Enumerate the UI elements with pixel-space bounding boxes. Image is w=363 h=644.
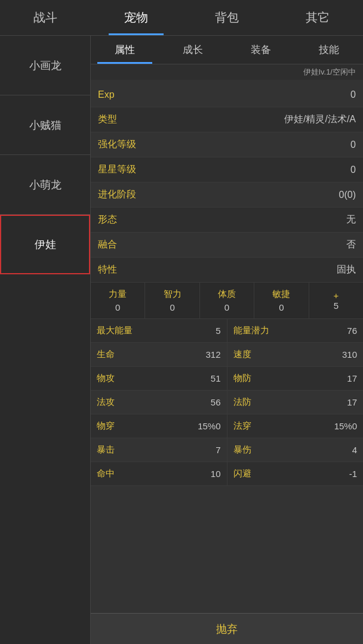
dual-left-value-2: 51 — [211, 373, 221, 383]
dual-stat-left-1: 生命312 — [91, 343, 227, 366]
stat-label-7: 特性 — [98, 264, 337, 276]
sidebar-item-2[interactable]: 小萌龙 — [0, 155, 90, 215]
stat-label-1: 类型 — [98, 113, 284, 126]
dual-right-value-2: 17 — [347, 373, 357, 383]
sub-tab-2[interactable]: 装备 — [227, 36, 295, 64]
stat-value-0: 0 — [350, 89, 356, 100]
stat-label-0: Exp — [98, 89, 350, 100]
attribute-grid-item-0: 力量0 — [91, 283, 145, 318]
stat-row-6: 融合否 — [91, 233, 363, 258]
sidebar-item-1[interactable]: 小贼猫 — [0, 95, 90, 155]
dual-right-label-5: 暴伤 — [233, 444, 352, 456]
dual-left-label-1: 生命 — [97, 349, 205, 360]
dual-left-label-5: 暴击 — [97, 444, 216, 456]
dual-stat-right-2: 物防17 — [227, 367, 364, 390]
dual-left-label-4: 物穿 — [97, 420, 198, 432]
dual-left-label-3: 法攻 — [97, 397, 211, 408]
right-panel: 属性成长装备技能 伊娃lv.1/空闲中 Exp0类型伊娃/精灵/法术/A强化等级… — [91, 36, 363, 644]
attr-label-2: 体质 — [218, 289, 236, 300]
dual-right-value-3: 17 — [347, 397, 357, 407]
sub-tab-1[interactable]: 成长 — [159, 36, 227, 64]
attr-value-1: 0 — [170, 302, 174, 312]
stat-row-0: Exp0 — [91, 82, 363, 107]
dual-stat-left-0: 最大能量5 — [91, 319, 227, 342]
sub-tab-3[interactable]: 技能 — [295, 36, 363, 64]
top-nav: 战斗宠物背包其它 — [0, 0, 363, 36]
sidebar-item-3[interactable]: 伊娃 — [0, 215, 90, 274]
dual-left-value-6: 10 — [211, 469, 221, 479]
top-nav-tab-1[interactable]: 宠物 — [91, 0, 182, 35]
stat-row-4: 进化阶段0(0) — [91, 182, 363, 208]
pet-status-text: 伊娃lv.1/空闲中 — [303, 67, 356, 76]
dual-right-value-4: 15%0 — [334, 421, 357, 431]
top-nav-tab-3[interactable]: 其它 — [272, 0, 363, 35]
dual-right-label-4: 法穿 — [233, 420, 334, 432]
dual-stat-left-5: 暴击7 — [91, 438, 227, 462]
pet-info-header: 伊娃lv.1/空闲中 — [91, 64, 363, 80]
dual-right-value-5: 4 — [352, 445, 357, 455]
stat-value-4: 0(0) — [339, 190, 356, 200]
dual-stat-row-2: 物攻51物防17 — [91, 367, 363, 391]
dual-right-label-6: 闪避 — [233, 468, 349, 479]
dual-stat-right-0: 能量潜力76 — [227, 319, 364, 342]
stat-value-2: 0 — [350, 140, 356, 150]
stat-label-5: 形态 — [98, 213, 346, 226]
attr-label-1: 智力 — [164, 289, 182, 300]
stat-row-2: 强化等级0 — [91, 132, 363, 157]
stats-content: Exp0类型伊娃/精灵/法术/A强化等级0星星等级0进化阶段0(0)形态无融合否… — [91, 80, 363, 613]
stat-label-3: 星星等级 — [98, 163, 350, 176]
stat-value-5: 无 — [346, 213, 356, 226]
dual-right-value-0: 76 — [347, 326, 357, 336]
top-nav-tab-0[interactable]: 战斗 — [0, 0, 91, 35]
attribute-grid-item-1: 智力0 — [145, 283, 199, 318]
stat-label-2: 强化等级 — [98, 138, 350, 151]
attr-label-4: + — [333, 290, 339, 301]
main-content: 小画龙小贼猫小萌龙伊娃 属性成长装备技能 伊娃lv.1/空闲中 Exp0类型伊娃… — [0, 36, 363, 644]
dual-stat-left-4: 物穿15%0 — [91, 414, 227, 438]
sub-tabs: 属性成长装备技能 — [91, 36, 363, 64]
dual-left-label-0: 最大能量 — [97, 325, 216, 336]
attribute-grid-item-3: 敏捷0 — [254, 283, 309, 318]
dual-stat-row-3: 法攻56法防17 — [91, 391, 363, 414]
dual-stat-left-2: 物攻51 — [91, 367, 227, 390]
dual-right-label-3: 法防 — [233, 397, 347, 408]
dual-left-value-3: 56 — [211, 397, 221, 407]
stat-label-6: 融合 — [98, 239, 346, 251]
dual-stat-row-1: 生命312速度310 — [91, 343, 363, 367]
sidebar-item-0[interactable]: 小画龙 — [0, 36, 90, 95]
attribute-grid-item-2: 体质0 — [200, 283, 254, 318]
dual-right-label-1: 速度 — [233, 349, 342, 360]
dual-stat-row-5: 暴击7暴伤4 — [91, 438, 363, 462]
stat-row-7: 特性固执 — [91, 258, 363, 283]
attr-value-2: 0 — [224, 302, 229, 312]
stat-value-6: 否 — [346, 239, 356, 251]
dual-left-value-0: 5 — [216, 326, 220, 336]
dual-left-value-5: 7 — [216, 445, 220, 455]
attr-value-0: 0 — [115, 302, 120, 312]
abandon-button[interactable]: 抛弃 — [91, 613, 363, 644]
dual-left-value-1: 312 — [205, 349, 220, 360]
dual-right-value-6: -1 — [349, 469, 357, 479]
dual-left-label-2: 物攻 — [97, 373, 211, 384]
dual-stat-right-3: 法防17 — [227, 391, 364, 414]
dual-right-label-0: 能量潜力 — [233, 325, 347, 336]
attribute-grid-item-4: +5 — [309, 283, 363, 318]
dual-stat-right-6: 闪避-1 — [227, 462, 364, 485]
dual-right-label-2: 物防 — [233, 373, 347, 384]
stat-row-1: 类型伊娃/精灵/法术/A — [91, 107, 363, 132]
dual-left-value-4: 15%0 — [198, 421, 220, 431]
attr-value-3: 0 — [279, 302, 284, 312]
stat-row-5: 形态无 — [91, 208, 363, 233]
dual-stat-row-0: 最大能量5能量潜力76 — [91, 319, 363, 343]
sub-tab-0[interactable]: 属性 — [91, 36, 159, 64]
stat-value-1: 伊娃/精灵/法术/A — [284, 113, 356, 126]
dual-stat-row-6: 命中10闪避-1 — [91, 462, 363, 486]
stat-label-4: 进化阶段 — [98, 188, 339, 201]
stat-value-3: 0 — [350, 165, 356, 175]
dual-stat-left-6: 命中10 — [91, 462, 227, 485]
top-nav-tab-2[interactable]: 背包 — [182, 0, 272, 35]
attr-label-0: 力量 — [109, 289, 127, 300]
dual-stat-right-4: 法穿15%0 — [227, 414, 364, 438]
dual-left-label-6: 命中 — [97, 468, 211, 479]
dual-stat-right-1: 速度310 — [227, 343, 364, 366]
